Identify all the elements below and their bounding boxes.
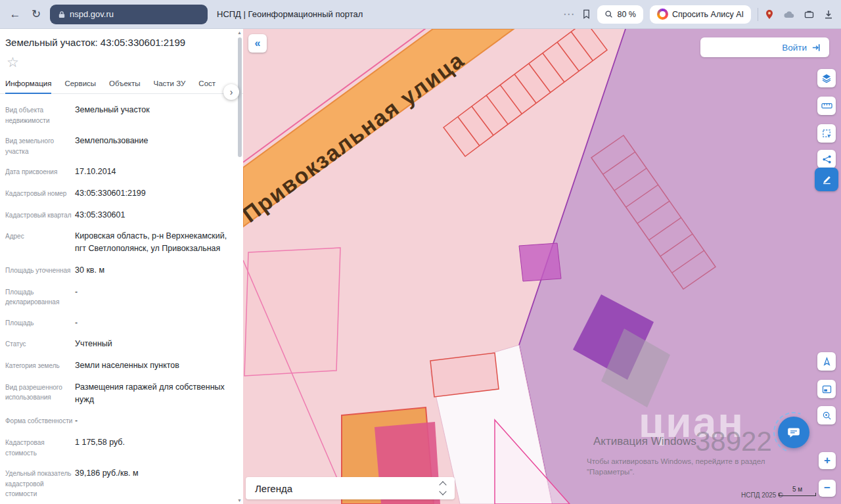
panel-tabs: Информация Сервисы Объекты Части ЗУ Сост bbox=[0, 70, 243, 94]
field-value: Землепользование bbox=[75, 135, 234, 156]
refresh-icon[interactable]: ↻ bbox=[29, 7, 43, 21]
login-label: Войти bbox=[782, 43, 807, 53]
zoom-indicator[interactable]: 80 % bbox=[597, 5, 643, 24]
cloud-icon[interactable] bbox=[784, 11, 794, 18]
field-label: Вид земельного участка bbox=[5, 135, 75, 156]
share-button[interactable] bbox=[817, 150, 836, 168]
layers-button[interactable] bbox=[817, 69, 836, 87]
scroll-up-arrow[interactable]: ▲ bbox=[237, 30, 242, 35]
pink-parcel[interactable] bbox=[244, 248, 340, 376]
scale-bar bbox=[779, 493, 816, 496]
lock-icon bbox=[58, 11, 65, 18]
tabs-overflow-button[interactable]: › bbox=[223, 84, 239, 100]
field-label: Статус bbox=[5, 338, 75, 350]
panel-tab[interactable]: Сервисы bbox=[64, 80, 96, 93]
downloads-icon[interactable] bbox=[824, 10, 833, 19]
navigation-arrow-icon bbox=[822, 357, 832, 367]
field-value: - bbox=[75, 317, 234, 329]
legend-chevrons-icon bbox=[440, 482, 445, 494]
login-icon bbox=[811, 43, 821, 53]
field-value: 17.10.2014 bbox=[75, 166, 234, 178]
pin-icon[interactable] bbox=[765, 9, 774, 20]
field-label: Адрес bbox=[5, 230, 75, 255]
field-value: 39,186 руб./кв. м bbox=[75, 467, 234, 499]
zoom-out-button[interactable]: − bbox=[819, 480, 836, 497]
scale-label: 5 м bbox=[779, 486, 816, 493]
field-value: 43:05:330601:2199 bbox=[75, 187, 234, 200]
legend-label: Легенда bbox=[255, 483, 292, 494]
panel-scrollbar[interactable] bbox=[238, 37, 242, 157]
small-parcel[interactable] bbox=[430, 353, 499, 397]
panel-tab[interactable]: Информация bbox=[5, 80, 51, 93]
field-label: Кадастровая стоимость bbox=[5, 436, 75, 458]
page-title: НСПД | Геоинформационный портал bbox=[217, 9, 363, 19]
windows-activation-note: Чтобы активировать Windows, перейдите в … bbox=[587, 456, 765, 477]
search-map-button[interactable] bbox=[817, 406, 836, 424]
parcel-info-panel: Земельный участок: 43:05:330601:2199 ☆ И… bbox=[0, 29, 243, 504]
field-row: Адрес Кировская область, р-н Верхнекамск… bbox=[0, 225, 243, 260]
field-row: Вид объекта недвижимости Земельный участ… bbox=[0, 99, 243, 130]
field-value: Размещения гаражей для собственных нужд bbox=[75, 381, 234, 406]
map-canvas[interactable]: Привокзальная улица bbox=[243, 29, 841, 504]
panel-tab[interactable]: Части ЗУ bbox=[154, 80, 186, 93]
field-label: Кадастровый квартал bbox=[5, 209, 75, 221]
magnifier-icon bbox=[604, 10, 613, 18]
field-row: Площадь уточненная 30 кв. м bbox=[0, 260, 243, 281]
field-row: Вид разрешенного использования Размещени… bbox=[0, 377, 243, 411]
field-value: - bbox=[75, 286, 234, 308]
field-row: Дата присвоения 17.10.2014 bbox=[0, 161, 243, 183]
field-value: Земли населенных пунктов bbox=[75, 359, 234, 372]
field-row: Форма собственности - bbox=[0, 410, 243, 432]
browser-toolbar: ← ↻ nspd.gov.ru НСПД | Геоинформационный… bbox=[0, 0, 841, 29]
collapse-panel-button[interactable]: « bbox=[248, 34, 267, 53]
field-label: Вид разрешенного использования bbox=[5, 381, 75, 406]
field-value: 43:05:330601 bbox=[75, 209, 234, 221]
scroll-down-arrow[interactable]: ▼ bbox=[237, 498, 242, 503]
field-label: Дата присвоения bbox=[5, 166, 75, 178]
locate-button[interactable] bbox=[817, 352, 836, 371]
more-icon[interactable]: ⋯ bbox=[561, 7, 576, 21]
share-icon bbox=[822, 154, 832, 164]
parcel-title: Земельный участок: 43:05:330601:2199 bbox=[0, 29, 243, 48]
highlighted-parcel[interactable] bbox=[519, 243, 561, 281]
minimap-button[interactable] bbox=[817, 380, 836, 398]
alice-icon bbox=[657, 9, 668, 20]
field-label: Удельный показатель кадастровой стоимост… bbox=[5, 467, 75, 499]
zoom-in-button[interactable]: + bbox=[819, 452, 836, 469]
map-attribution: НСПД 2025 © bbox=[741, 492, 783, 499]
field-row: Кадастровая стоимость 1 175,58 руб. bbox=[0, 432, 243, 463]
bookmark-icon[interactable] bbox=[582, 9, 591, 19]
panel-tab[interactable]: Объекты bbox=[109, 80, 140, 93]
briefcase-icon[interactable] bbox=[804, 10, 814, 18]
select-area-icon bbox=[822, 129, 832, 139]
field-value: 1 175,58 руб. bbox=[75, 436, 234, 458]
address-bar[interactable]: nspd.gov.ru bbox=[50, 5, 208, 24]
parcel-fields: Вид объекта недвижимости Земельный участ… bbox=[0, 94, 243, 504]
zoom-value: 80 % bbox=[617, 10, 636, 19]
alice-button[interactable]: Спросить Алису AI bbox=[650, 5, 751, 24]
favorite-star-icon[interactable]: ☆ bbox=[7, 55, 243, 70]
draw-tool-button[interactable] bbox=[815, 168, 838, 191]
field-value: 30 кв. м bbox=[75, 264, 234, 277]
select-area-button[interactable] bbox=[817, 124, 836, 143]
draw-icon bbox=[821, 174, 832, 185]
field-value: Кировская область, р-н Верхнекамский, пг… bbox=[75, 230, 234, 255]
field-label: Площадь bbox=[5, 317, 75, 329]
field-row: Площадь декларированная - bbox=[0, 281, 243, 312]
back-icon[interactable]: ← bbox=[8, 8, 22, 21]
chat-button[interactable] bbox=[778, 417, 809, 448]
field-row: Вид земельного участка Землепользование bbox=[0, 130, 243, 161]
field-value: Земельный участок bbox=[75, 104, 234, 126]
field-label: Форма собственности bbox=[5, 415, 75, 427]
panel-tab[interactable]: Сост bbox=[198, 80, 216, 93]
login-bar[interactable]: Войти bbox=[700, 37, 829, 57]
field-row: Категория земель Земли населенных пункто… bbox=[0, 355, 243, 377]
field-label: Вид объекта недвижимости bbox=[5, 104, 75, 126]
toolbar-divider bbox=[758, 8, 758, 21]
field-row: Удельный показатель кадастровой стоимост… bbox=[0, 463, 243, 504]
field-row: Кадастровый номер 43:05:330601:2199 bbox=[0, 183, 243, 204]
alice-label: Спросить Алису AI bbox=[672, 10, 744, 19]
measure-button[interactable] bbox=[817, 97, 836, 115]
search-location-icon bbox=[822, 411, 832, 421]
legend-toggle[interactable]: Легенда bbox=[246, 477, 455, 499]
